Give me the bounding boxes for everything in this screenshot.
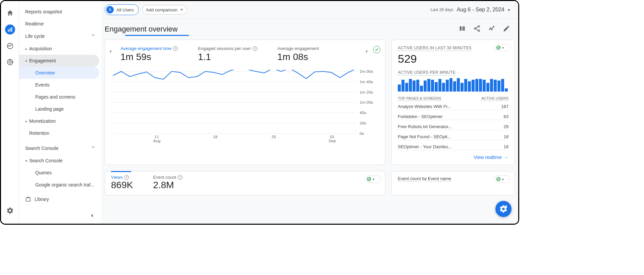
- nav-engagement-landing[interactable]: Landing page: [19, 103, 99, 115]
- metric-label: Event count: [153, 175, 176, 180]
- help-icon[interactable]: ?: [124, 175, 129, 180]
- nav-acquisition[interactable]: ▸ Acquisition: [19, 43, 99, 55]
- svg-rect-50: [446, 80, 449, 92]
- top-bar: A All Users Add comparison + Last 28 day…: [101, 1, 518, 19]
- metric-tab-engaged-sessions[interactable]: Engaged sessions per user? 1.1: [198, 45, 264, 64]
- svg-rect-55: [464, 79, 467, 92]
- nav-reports-snapshot[interactable]: Reports snapshot: [19, 6, 99, 18]
- nav-section-lifecycle[interactable]: Life cycle ⌃: [19, 30, 101, 43]
- svg-rect-39: [405, 83, 408, 92]
- svg-rect-53: [457, 78, 460, 92]
- svg-rect-66: [505, 89, 508, 92]
- nav-library[interactable]: Library: [19, 193, 101, 206]
- metric-label: Average engagement time: [120, 46, 171, 51]
- svg-rect-60: [483, 80, 486, 92]
- date-range-picker[interactable]: Last 28 days Aug 6 - Sep 2, 2024 ▾: [431, 7, 510, 13]
- quality-badge-dropdown[interactable]: ▾: [365, 175, 381, 183]
- table-row[interactable]: Page Not Found - SEOpti...18: [398, 131, 508, 141]
- metric-views[interactable]: Views? 869K: [111, 175, 133, 190]
- quality-badge-dropdown[interactable]: ▾: [494, 175, 511, 183]
- user-count: 29: [504, 124, 508, 129]
- user-count: 18: [504, 134, 508, 139]
- nav-realtime[interactable]: Realtime: [19, 18, 99, 30]
- svg-point-13: [490, 28, 491, 29]
- table-row[interactable]: Analyze Websites With Fr...167: [398, 101, 508, 111]
- nav-retention[interactable]: Retention: [19, 127, 99, 139]
- nav-label: Library: [35, 197, 49, 202]
- help-icon[interactable]: ?: [173, 46, 178, 51]
- chip-all-users[interactable]: A All Users: [105, 4, 139, 15]
- metric-label: Average engagement: [277, 46, 319, 51]
- chip-label: Add comparison: [146, 7, 177, 12]
- insights-icon[interactable]: [488, 25, 495, 34]
- table-row[interactable]: Free Robots.txt Generator...29: [398, 121, 508, 131]
- svg-rect-47: [435, 82, 438, 92]
- realtime-title: ACTIVE USERS IN LAST 30 MINUTES: [398, 46, 472, 51]
- svg-text:01: 01: [330, 135, 335, 139]
- svg-rect-7: [460, 26, 462, 31]
- nav-sc-queries[interactable]: Queries: [19, 167, 99, 179]
- svg-rect-45: [427, 79, 430, 92]
- engagement-chart: 2m 00s1m 40s1m 20s1m 00s40s20s0s11Aug182…: [111, 70, 379, 144]
- edit-icon[interactable]: [503, 25, 510, 34]
- nav-label: Retention: [29, 130, 49, 136]
- advertising-icon[interactable]: [5, 57, 15, 67]
- nav-engagement-overview[interactable]: Overview: [19, 67, 99, 79]
- page-name: Forbidden - SEOptimer: [398, 114, 443, 119]
- svg-text:0s: 0s: [360, 131, 364, 135]
- svg-point-5: [9, 61, 11, 63]
- caret-right-icon: ▸: [23, 47, 29, 51]
- metric-event-count[interactable]: Event count? 2.8M: [153, 175, 182, 190]
- nav-section-searchconsole[interactable]: Search Console ⌃: [19, 142, 101, 155]
- help-icon[interactable]: ?: [178, 175, 182, 180]
- chip-add-comparison[interactable]: Add comparison +: [142, 5, 187, 14]
- help-icon[interactable]: ?: [253, 46, 257, 51]
- table-row[interactable]: SEOptimer - Your Dashbo...18: [398, 141, 508, 151]
- nav-engagement[interactable]: ▾ Engagement: [19, 55, 99, 67]
- page-title: Engagement overview: [105, 25, 178, 34]
- chip-badge: A: [106, 6, 114, 13]
- svg-rect-56: [468, 81, 471, 92]
- compare-icon[interactable]: [459, 25, 466, 34]
- nav-section-label: Search Console: [25, 146, 59, 151]
- nav-engagement-events[interactable]: Events: [19, 79, 99, 91]
- view-realtime-link[interactable]: View realtime →: [398, 155, 508, 160]
- table-row[interactable]: Forbidden - SEOptimer63: [398, 111, 508, 121]
- nav-label: Engagement: [29, 58, 56, 63]
- user-count: 63: [504, 114, 508, 119]
- nav-label: Search Console: [29, 158, 63, 163]
- realtime-table-body: Analyze Websites With Fr...167Forbidden …: [398, 101, 508, 151]
- svg-text:1m 40s: 1m 40s: [360, 79, 373, 84]
- date-label: Last 28 days: [431, 7, 453, 12]
- nav-engagement-pages[interactable]: Pages and screens: [19, 91, 99, 103]
- col-users: ACTIVE USERS: [481, 96, 508, 101]
- svg-rect-42: [416, 80, 419, 92]
- realtime-subtitle: ACTIVE USERS PER MINUTE: [398, 70, 455, 75]
- home-icon[interactable]: [5, 8, 15, 18]
- nav-searchconsole[interactable]: ▾ Search Console: [19, 155, 99, 167]
- insights-fab[interactable]: [495, 201, 512, 217]
- metric-value: 2.8M: [153, 180, 182, 190]
- realtime-card: ▾ ACTIVE USERS IN LAST 30 MINUTES 529 AC…: [391, 40, 515, 165]
- dropdown-icon: ▾: [373, 177, 374, 181]
- chip-label: All Users: [116, 7, 134, 12]
- svg-rect-38: [401, 80, 405, 92]
- user-count: 18: [504, 144, 508, 149]
- share-icon[interactable]: [473, 25, 481, 34]
- metric-tabs: Average engagement time? 1m 59s Engaged …: [111, 45, 379, 64]
- nav-monetization[interactable]: ▸ Monetization: [19, 115, 99, 127]
- svg-text:40s: 40s: [360, 111, 366, 115]
- page-name: Free Robots.txt Generator...: [398, 124, 452, 129]
- svg-rect-37: [398, 85, 401, 92]
- quality-badge-dropdown[interactable]: ▾: [494, 44, 511, 51]
- metric-tab-avg-engagement[interactable]: Average engagement 1m 08s: [277, 45, 326, 64]
- metric-tab-avg-engagement-time[interactable]: Average engagement time? 1m 59s: [120, 45, 184, 64]
- reports-icon[interactable]: [5, 24, 15, 35]
- nav-sc-organic[interactable]: Google organic search traf...: [19, 179, 99, 191]
- svg-rect-41: [413, 80, 416, 92]
- metric-label: Views: [111, 175, 122, 180]
- title-bar: Engagement overview: [101, 19, 518, 40]
- explore-icon[interactable]: [5, 41, 15, 51]
- settings-icon[interactable]: [5, 206, 15, 215]
- collapse-nav-icon[interactable]: [89, 212, 95, 220]
